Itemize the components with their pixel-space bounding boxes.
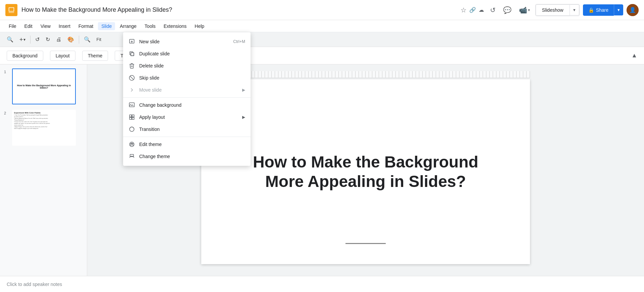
menu-group-3: Edit theme Change theme [123, 137, 251, 164]
apply-layout-label: Apply layout [139, 114, 165, 120]
new-slide-icon [128, 38, 135, 45]
change-theme-label: Change theme [139, 154, 170, 159]
move-slide-label: Move slide [139, 87, 162, 93]
move-slide-arrow: ▶ [242, 88, 245, 92]
change-background-label: Change background [139, 102, 181, 108]
menu-new-slide[interactable]: New slide Ctrl+M [123, 36, 251, 48]
skip-slide-icon [128, 75, 135, 81]
menu-edit-theme[interactable]: Edit theme [123, 138, 251, 150]
change-theme-icon [128, 153, 135, 160]
edit-theme-label: Edit theme [139, 142, 162, 147]
svg-point-18 [130, 143, 131, 144]
menu-move-slide: Move slide ▶ [123, 84, 251, 96]
menu-change-background[interactable]: Change background [123, 99, 251, 111]
new-slide-shortcut: Ctrl+M [233, 39, 245, 44]
menu-apply-layout[interactable]: Apply layout ▶ [123, 111, 251, 123]
menu-change-theme[interactable]: Change theme [123, 150, 251, 162]
svg-rect-13 [132, 115, 134, 117]
svg-line-10 [130, 76, 134, 80]
slide-dropdown-menu: New slide Ctrl+M Duplicate slide [123, 32, 251, 166]
menu-skip-slide[interactable]: Skip slide [123, 72, 251, 84]
menu-transition[interactable]: Transition [123, 123, 251, 135]
svg-rect-15 [132, 117, 134, 119]
svg-point-20 [132, 143, 133, 144]
svg-rect-7 [131, 53, 134, 56]
new-slide-label: New slide [139, 39, 160, 44]
menu-duplicate-slide[interactable]: Duplicate slide [123, 48, 251, 60]
edit-theme-icon [128, 141, 135, 148]
menu-delete-slide[interactable]: Delete slide [123, 60, 251, 72]
apply-layout-arrow: ▶ [242, 115, 245, 119]
change-background-icon [128, 102, 135, 108]
transition-icon [128, 126, 135, 133]
transition-label: Transition [139, 127, 160, 132]
svg-rect-12 [129, 115, 131, 117]
svg-point-19 [131, 143, 132, 144]
skip-slide-label: Skip slide [139, 75, 159, 81]
duplicate-slide-label: Duplicate slide [139, 51, 170, 56]
delete-slide-label: Delete slide [139, 63, 164, 68]
apply-layout-icon [128, 114, 135, 120]
delete-slide-icon [128, 62, 135, 69]
menu-group-1: New slide Ctrl+M Duplicate slide [123, 34, 251, 98]
move-slide-icon [128, 87, 135, 93]
svg-rect-14 [129, 117, 131, 119]
menu-group-2: Change background Apply layout ▶ [123, 98, 251, 137]
menu-overlay[interactable] [0, 0, 644, 292]
duplicate-slide-icon [128, 50, 135, 57]
